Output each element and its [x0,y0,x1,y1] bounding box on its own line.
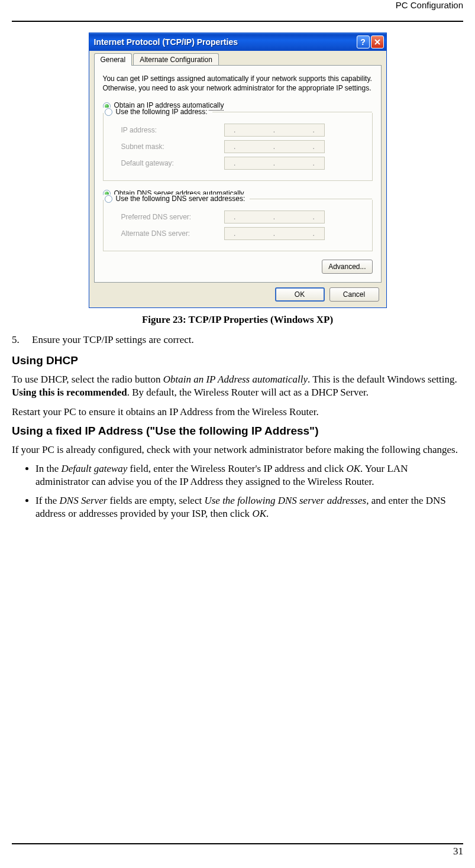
pref-dns-input[interactable]: ... [224,210,325,224]
dhcp-para-1: To use DHCP, select the radio button Obt… [12,373,463,399]
field-ip-address: IP address: ... [112,124,364,137]
radio-use-ip-label: Use the following IP address: [116,108,208,116]
default-gateway-input[interactable]: ... [224,157,325,170]
field-default-gateway: Default gateway: ... [112,157,364,170]
footer-rule [12,843,463,844]
radio-use-ip[interactable] [105,108,112,116]
figure-caption: Figure 23: TCP/IP Properties (Windows XP… [12,314,463,326]
tab-general[interactable]: General [94,53,133,66]
field-alt-dns: Alternate DNS server: ... [112,227,364,240]
step-5: 5. Ensure your TCP/IP settings are corre… [12,334,463,346]
dialog-description: You can get IP settings assigned automat… [103,74,373,93]
tab-alternate[interactable]: Alternate Configuration [133,53,219,66]
ip-group: Use the following IP address: IP address… [103,113,373,181]
close-button[interactable] [371,35,384,48]
heading-fixed-ip: Using a fixed IP Address ("Use the follo… [12,425,463,438]
page-number: 31 [453,846,463,857]
cancel-button[interactable]: Cancel [329,287,379,302]
bullet-dns-server: If the DNS Server fields are empty, sele… [35,494,463,520]
field-pref-dns: Preferred DNS server: ... [112,210,364,224]
heading-using-dhcp: Using DHCP [12,354,463,367]
tcpip-dialog: Internet Protocol (TCP/IP) Properties ? … [89,33,387,308]
header-rule [12,21,463,22]
alt-dns-input[interactable]: ... [224,227,325,240]
dns-group: Use the following DNS server addresses: … [103,200,373,251]
subnet-mask-input[interactable]: ... [224,140,325,153]
tab-panel: You can get IP settings assigned automat… [94,65,382,283]
fixed-bullets: In the Default gateway field, enter the … [12,462,463,520]
radio-use-dns[interactable] [105,195,112,203]
tabs-row: General Alternate Configuration [94,53,382,66]
advanced-button[interactable]: Advanced... [322,260,372,274]
ok-button[interactable]: OK [275,287,325,302]
ip-address-input[interactable]: ... [224,124,325,137]
help-button[interactable]: ? [357,35,370,48]
field-subnet-mask: Subnet mask: ... [112,140,364,153]
dhcp-para-2: Restart your PC to ensure it obtains an … [12,406,463,419]
bullet-default-gateway: In the Default gateway field, enter the … [35,462,463,488]
dialog-title: Internet Protocol (TCP/IP) Properties [94,37,357,47]
dialog-titlebar: Internet Protocol (TCP/IP) Properties ? [89,33,386,51]
radio-use-dns-label: Use the following DNS server addresses: [116,195,245,203]
fixed-para-1: If your PC is already configured, check … [12,443,463,456]
page-header-section: PC Configuration [12,0,463,10]
